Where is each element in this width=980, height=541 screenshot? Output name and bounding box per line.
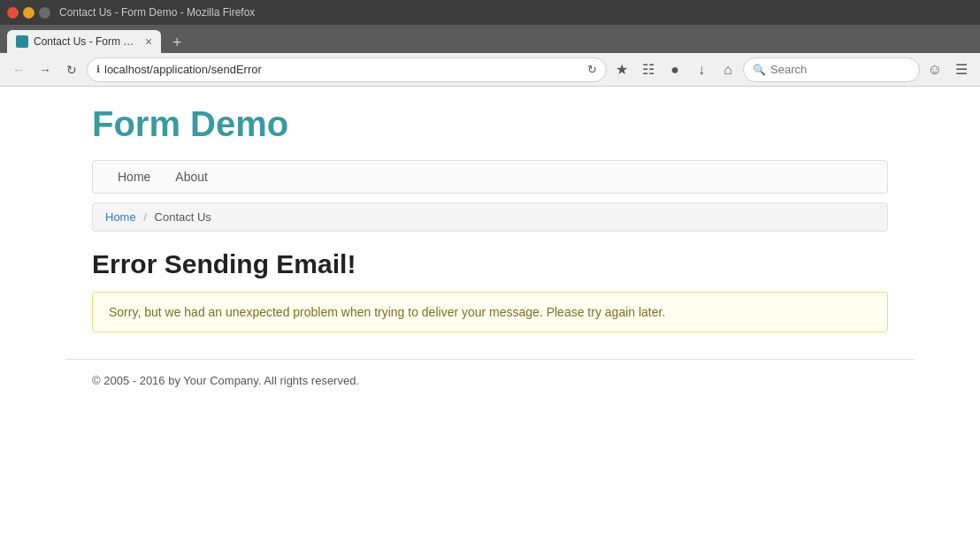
main-container: Form Demo Home About Home / Contact Us	[65, 104, 915, 332]
alert-warning: Sorry, but we had an unexpected problem …	[92, 292, 888, 332]
search-icon: 🔍	[753, 64, 766, 76]
tab-label: Contact Us - Form D...	[34, 35, 140, 48]
tab-bar: Contact Us - Form D... × +	[0, 25, 980, 53]
close-button[interactable]	[7, 7, 19, 19]
home-icon[interactable]: ⌂	[716, 58, 739, 81]
page-content: Form Demo Home About Home / Contact Us	[0, 87, 980, 529]
url-bar: ℹ ↻	[87, 57, 607, 82]
tab-close-icon[interactable]: ×	[145, 35, 152, 48]
alert-message: Sorry, but we had an unexpected problem …	[109, 305, 665, 319]
breadcrumb-home-link[interactable]: Home	[105, 210, 136, 224]
breadcrumb-current: Contact Us	[155, 210, 211, 224]
reload-button[interactable]: ↻	[60, 58, 83, 81]
tab-favicon	[16, 35, 28, 48]
nav-bar: ← → ↻ ℹ ↻ ★ ☷ ● ↓ ⌂ 🔍 ☺ ☰	[0, 53, 980, 87]
page-footer: © 2005 - 2016 by Your Company. All right…	[65, 359, 915, 401]
nav-home-link[interactable]: Home	[105, 161, 163, 193]
window-controls	[7, 7, 50, 19]
forward-button[interactable]: →	[34, 58, 57, 81]
browser-window: Contact Us - Form Demo - Mozilla Firefox…	[0, 0, 980, 529]
search-bar: 🔍	[743, 57, 920, 82]
breadcrumb-separator: /	[143, 210, 147, 224]
download-icon[interactable]: ↓	[690, 58, 713, 81]
error-heading: Error Sending Email!	[92, 249, 888, 279]
menu-icon[interactable]: ☰	[950, 58, 973, 81]
url-input[interactable]	[104, 63, 583, 76]
title-bar-text: Contact Us - Form Demo - Mozilla Firefox	[59, 6, 255, 19]
pocket-icon[interactable]: ●	[663, 58, 686, 81]
emoji-icon[interactable]: ☺	[923, 58, 946, 81]
title-bar: Contact Us - Form Demo - Mozilla Firefox	[0, 0, 980, 25]
new-tab-button[interactable]: +	[166, 32, 188, 53]
back-button[interactable]: ←	[7, 58, 30, 81]
url-reload-icon[interactable]: ↻	[587, 63, 597, 76]
minimize-button[interactable]	[23, 7, 34, 19]
footer-text: © 2005 - 2016 by Your Company. All right…	[92, 374, 359, 387]
site-nav: Home About	[92, 160, 888, 194]
active-tab[interactable]: Contact Us - Form D... ×	[7, 30, 161, 53]
nav-about-link[interactable]: About	[163, 161, 220, 193]
reader-icon[interactable]: ☷	[637, 58, 660, 81]
info-icon: ℹ	[96, 64, 100, 75]
bookmark-icon[interactable]: ★	[610, 58, 633, 81]
site-title: Form Demo	[92, 104, 888, 144]
search-input[interactable]	[770, 63, 894, 76]
breadcrumb: Home / Contact Us	[92, 202, 888, 232]
maximize-button[interactable]	[39, 7, 50, 19]
